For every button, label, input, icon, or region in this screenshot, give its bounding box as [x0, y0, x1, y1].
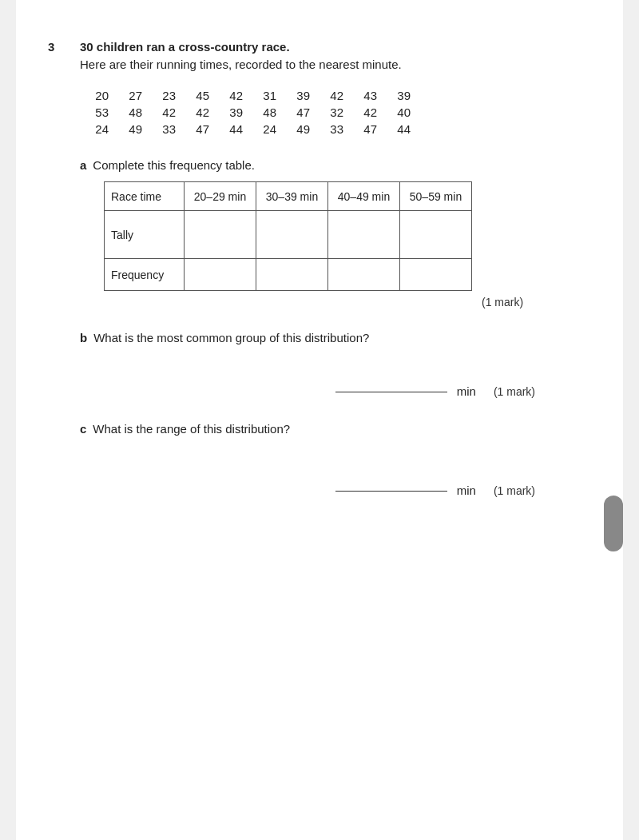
- scrollbar[interactable]: [604, 496, 623, 551]
- tally-50-59[interactable]: [400, 211, 472, 259]
- question-number: 3: [48, 40, 61, 521]
- part-c-label: c: [80, 422, 86, 436]
- part-c-text: What is the range of this distribution?: [93, 422, 290, 436]
- part-c-answer-line: [335, 490, 447, 492]
- data-row-3: 24 49 33 47 44 24 49 33 47 44: [83, 122, 583, 136]
- tally-40-49[interactable]: [328, 211, 400, 259]
- part-b-label: b: [80, 331, 87, 344]
- table-header-row: Race time 20–29 min 30–39 min 40–49 min …: [105, 182, 472, 211]
- tally-20-29[interactable]: [185, 211, 256, 259]
- part-c-answer-row: min (1 mark): [80, 484, 583, 497]
- part-c-mark: (1 mark): [494, 484, 535, 497]
- frequency-label: Frequency: [105, 259, 185, 291]
- data-row-2: 53 48 42 42 39 48 47 32 42 40: [83, 105, 583, 119]
- col-header-40-49: 40–49 min: [328, 182, 400, 211]
- part-b-answer-row: min (1 mark): [80, 384, 583, 398]
- tally-row: Tally: [105, 211, 472, 259]
- data-row-1: 20 27 23 45 42 31 39 42 43 39: [83, 89, 583, 102]
- question-intro: 30 children ran a cross-country race.: [80, 40, 583, 54]
- part-c: c What is the range of this distribution…: [80, 422, 583, 497]
- part-b-answer-line: [335, 391, 447, 392]
- part-b-text: What is the most common group of this di…: [93, 331, 369, 344]
- part-a-text: Complete this frequency table.: [93, 158, 255, 172]
- freq-50-59[interactable]: [400, 259, 472, 291]
- page: 3 30 children ran a cross-country race. …: [16, 0, 623, 840]
- part-a-mark: (1 mark): [482, 296, 523, 315]
- col-header-race-time: Race time: [105, 182, 185, 211]
- frequency-row: Frequency: [105, 259, 472, 291]
- col-header-50-59: 50–59 min: [400, 182, 472, 211]
- data-rows: 20 27 23 45 42 31 39 42 43 39 53 48 42 4…: [83, 89, 583, 136]
- question-subtext: Here are their running times, recorded t…: [80, 58, 583, 71]
- freq-40-49[interactable]: [328, 259, 400, 291]
- freq-30-39[interactable]: [256, 259, 328, 291]
- part-b-unit: min: [457, 384, 476, 398]
- freq-20-29[interactable]: [185, 259, 256, 291]
- part-b: b What is the most common group of this …: [80, 331, 583, 398]
- tally-30-39[interactable]: [256, 211, 328, 259]
- part-b-mark: (1 mark): [494, 385, 535, 398]
- part-a-label: a: [80, 158, 86, 172]
- col-header-30-39: 30–39 min: [256, 182, 328, 211]
- frequency-table: Race time 20–29 min 30–39 min 40–49 min …: [104, 181, 472, 291]
- col-header-20-29: 20–29 min: [185, 182, 256, 211]
- table-mark-wrapper: Race time 20–29 min 30–39 min 40–49 min …: [80, 181, 583, 315]
- part-c-unit: min: [457, 484, 476, 497]
- part-a: a Complete this frequency table. Race ti…: [80, 158, 583, 315]
- tally-label: Tally: [105, 211, 185, 259]
